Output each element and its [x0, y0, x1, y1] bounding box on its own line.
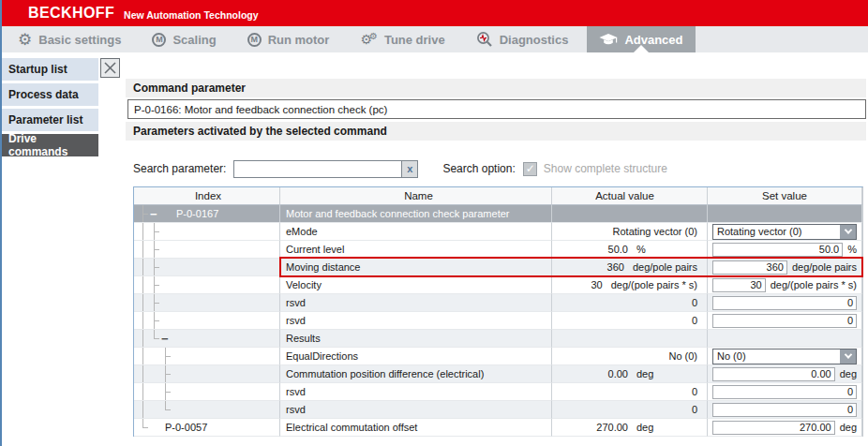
command-parameter-combobox[interactable]: P-0-0166: Motor and feedback connection …	[127, 99, 866, 119]
actual-value-unit: deg/(pole pairs * s)	[603, 279, 697, 290]
set-value-cell: 360deg/pole pairs	[708, 259, 862, 276]
set-value-unit: deg	[840, 368, 857, 379]
actual-value-cell: 360deg/pole pairs	[552, 259, 708, 276]
tab-advanced[interactable]: Advanced	[587, 26, 695, 52]
sidebar-item-drive-commands[interactable]: Drive commands	[2, 134, 98, 156]
tab-run-motor[interactable]: MRun motor	[235, 26, 342, 52]
name-cell: Motor and feedback connection check para…	[280, 205, 552, 223]
table-row[interactable]: rsvd00	[134, 401, 862, 419]
table-row[interactable]: Velocity30deg/(pole pairs * s)30deg/(pol…	[134, 276, 862, 294]
table-row[interactable]: Results	[134, 330, 862, 348]
table-row[interactable]: Moving distance360deg/pole pairs360deg/p…	[134, 259, 862, 276]
show-complete-structure-checkbox[interactable]	[523, 162, 537, 176]
set-value-cell: 50.0%	[708, 241, 862, 259]
main-panel: Command parameter P-0-0166: Motor and fe…	[126, 52, 868, 437]
tree-expander-minus-icon[interactable]	[159, 330, 171, 348]
set-value-dropdown-value: No (0)	[713, 350, 840, 362]
name-cell: rsvd	[280, 383, 552, 401]
parameter-name: rsvd	[286, 315, 306, 326]
tree-line-branch	[148, 241, 159, 259]
set-value-cell: 270.00deg	[708, 419, 862, 437]
column-header-index: Index	[134, 187, 280, 205]
set-value-input[interactable]: 50.0	[712, 243, 843, 257]
tree-line-branch	[148, 276, 159, 294]
tab-basic-settings[interactable]: ⚙Basic settings	[6, 26, 133, 52]
sidebar-item-startup-list[interactable]: Startup list	[2, 58, 98, 81]
set-value-unit: deg	[840, 422, 857, 433]
actual-value: 270.00	[552, 422, 628, 433]
name-cell: Velocity	[280, 276, 552, 294]
set-value-input[interactable]: 0	[712, 314, 857, 328]
sidebar-item-process-data[interactable]: Process data	[2, 83, 98, 106]
set-value-cell	[708, 205, 862, 223]
set-value-input[interactable]: 30	[712, 278, 766, 292]
set-value-input[interactable]: 0.00	[712, 367, 835, 381]
set-value-unit: deg/pole pairs	[792, 261, 857, 273]
actual-value-unit: deg/pole pairs	[624, 261, 697, 273]
table-row[interactable]: eModeRotating vector (0)Rotating vector …	[134, 223, 862, 241]
set-value-input[interactable]: 0	[712, 385, 857, 399]
chevron-down-icon[interactable]	[840, 225, 856, 239]
name-cell: rsvd	[280, 312, 552, 330]
tab-diagnostics[interactable]: Diagnostics	[464, 26, 581, 52]
index-cell	[134, 330, 280, 348]
search-clear-button[interactable]: x	[401, 160, 418, 178]
actual-value-cell: 270.00deg	[552, 419, 708, 437]
beckhoff-logo: BECKHOFF	[28, 5, 114, 22]
table-row[interactable]: rsvd00	[134, 294, 862, 312]
actual-value: 0	[552, 315, 697, 326]
close-icon	[104, 62, 116, 74]
set-value-unit: deg/(pole pairs * s)	[771, 279, 857, 290]
index-cell	[134, 401, 280, 419]
actual-value-unit: deg	[628, 368, 697, 379]
actual-value: 0	[552, 386, 697, 397]
table-row[interactable]: Current level50.0%50.0%	[134, 241, 862, 259]
set-value-cell: 0.00deg	[708, 365, 862, 383]
parameter-table: IndexNameActual valueSet value P-0-0167M…	[133, 186, 863, 437]
search-parameter-input[interactable]	[233, 160, 401, 178]
table-header: IndexNameActual valueSet value	[134, 187, 862, 205]
command-parameter-header: Command parameter	[126, 79, 866, 97]
set-value-dropdown[interactable]: Rotating vector (0)	[712, 224, 857, 240]
sidebar-close-button[interactable]	[100, 58, 120, 78]
sidebar-item-label: Drive commands	[8, 132, 98, 158]
tab-bar: ⚙Basic settingsMScalingMRun motor⚙⚙Tune …	[2, 26, 868, 52]
set-value-dropdown[interactable]: No (0)	[712, 349, 857, 364]
tab-scaling[interactable]: MScaling	[140, 26, 228, 52]
tree-line-vertical	[137, 365, 148, 383]
actual-value-unit: %	[628, 244, 697, 255]
name-cell: Commutation position difference (electri…	[280, 365, 552, 383]
actual-value-cell: 0.00deg	[552, 365, 708, 383]
actual-value-cell	[552, 330, 708, 348]
table-row[interactable]: rsvd00	[134, 312, 862, 330]
tree-expander-minus-icon[interactable]	[148, 205, 159, 223]
activated-parameters-header: Parameters activated by the selected com…	[126, 122, 866, 141]
set-value-input[interactable]: 360	[712, 260, 787, 275]
index-cell	[134, 294, 280, 312]
actual-value-cell: 0	[552, 401, 708, 419]
sidebar-item-parameter-list[interactable]: Parameter list	[2, 109, 98, 131]
table-row[interactable]: P-0-0057Electrical commutation offset270…	[134, 419, 862, 437]
index-cell: P-0-0167	[134, 205, 280, 223]
sidebar-item-label: Parameter list	[8, 113, 82, 126]
parameter-name: EqualDirections	[286, 350, 358, 362]
actual-value-cell: No (0)	[552, 348, 708, 365]
table-row[interactable]: EqualDirectionsNo (0)No (0)	[134, 348, 862, 365]
chevron-down-icon[interactable]	[840, 349, 856, 364]
tree-line-blank	[148, 383, 159, 401]
name-cell: Electrical commutation offset	[280, 419, 552, 437]
set-value-input[interactable]: 0	[712, 296, 857, 310]
set-value-cell: 0	[708, 383, 862, 401]
name-cell: eMode	[280, 223, 552, 241]
name-cell: EqualDirections	[280, 348, 552, 365]
table-row[interactable]: P-0-0167Motor and feedback connection ch…	[134, 205, 862, 223]
tab-tune-drive[interactable]: ⚙⚙Tune drive	[348, 26, 456, 52]
table-row[interactable]: rsvd00	[134, 383, 862, 401]
actual-value-cell	[552, 205, 708, 223]
tree-line-branch	[148, 312, 159, 330]
set-value-input[interactable]: 270.00	[712, 421, 835, 435]
table-row[interactable]: Commutation position difference (electri…	[134, 365, 862, 383]
parameter-name: Results	[286, 333, 321, 344]
set-value-cell: No (0)	[708, 348, 862, 365]
set-value-input[interactable]: 0	[712, 403, 857, 417]
